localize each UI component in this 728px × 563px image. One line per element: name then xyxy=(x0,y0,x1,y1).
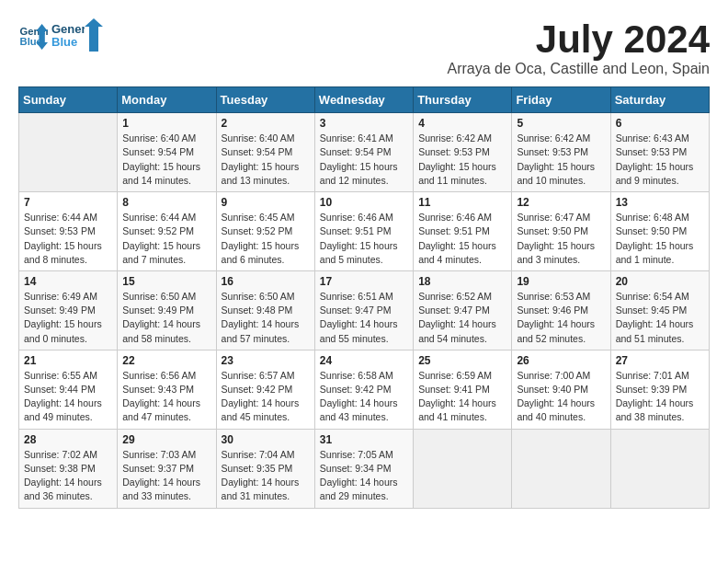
weekday-header-tuesday: Tuesday xyxy=(216,87,314,113)
day-number: 10 xyxy=(320,196,408,209)
day-info: Sunrise: 6:50 AM Sunset: 9:48 PM Dayligh… xyxy=(222,290,310,346)
day-info: Sunrise: 6:40 AM Sunset: 9:54 PM Dayligh… xyxy=(122,132,210,188)
day-info: Sunrise: 6:41 AM Sunset: 9:54 PM Dayligh… xyxy=(320,132,408,188)
calendar-cell: 10Sunrise: 6:46 AM Sunset: 9:51 PM Dayli… xyxy=(314,192,413,271)
day-info: Sunrise: 7:04 AM Sunset: 9:35 PM Dayligh… xyxy=(222,448,310,504)
calendar-week-2: 7Sunrise: 6:44 AM Sunset: 9:53 PM Daylig… xyxy=(19,192,710,271)
weekday-header-sunday: Sunday xyxy=(19,87,118,113)
day-number: 18 xyxy=(418,275,506,288)
day-info: Sunrise: 6:50 AM Sunset: 9:49 PM Dayligh… xyxy=(122,290,210,346)
day-number: 24 xyxy=(320,354,408,367)
day-number: 11 xyxy=(418,196,506,209)
calendar-cell: 26Sunrise: 7:00 AM Sunset: 9:40 PM Dayli… xyxy=(512,350,610,429)
calendar-cell xyxy=(610,429,709,508)
day-number: 16 xyxy=(222,275,310,288)
day-number: 25 xyxy=(418,354,506,367)
day-info: Sunrise: 6:47 AM Sunset: 9:50 PM Dayligh… xyxy=(517,211,605,267)
day-number: 5 xyxy=(517,117,605,130)
weekday-header-row: SundayMondayTuesdayWednesdayThursdayFrid… xyxy=(19,87,710,113)
day-number: 22 xyxy=(122,354,210,367)
calendar-cell: 30Sunrise: 7:04 AM Sunset: 9:35 PM Dayli… xyxy=(216,429,314,508)
calendar-cell: 16Sunrise: 6:50 AM Sunset: 9:48 PM Dayli… xyxy=(216,270,314,350)
calendar-cell: 19Sunrise: 6:53 AM Sunset: 9:46 PM Dayli… xyxy=(512,270,610,350)
day-info: Sunrise: 7:05 AM Sunset: 9:34 PM Dayligh… xyxy=(320,448,408,504)
day-number: 14 xyxy=(24,275,112,288)
day-number: 23 xyxy=(222,354,310,367)
day-number: 6 xyxy=(616,117,704,130)
calendar-cell xyxy=(414,429,512,508)
calendar-cell: 7Sunrise: 6:44 AM Sunset: 9:53 PM Daylig… xyxy=(19,192,118,271)
day-number: 12 xyxy=(517,196,605,209)
calendar-cell: 25Sunrise: 6:59 AM Sunset: 9:41 PM Dayli… xyxy=(414,350,512,429)
calendar-cell: 9Sunrise: 6:45 AM Sunset: 9:52 PM Daylig… xyxy=(216,192,314,271)
day-info: Sunrise: 6:58 AM Sunset: 9:42 PM Dayligh… xyxy=(320,369,408,425)
day-number: 17 xyxy=(320,275,408,288)
calendar-week-5: 28Sunrise: 7:02 AM Sunset: 9:38 PM Dayli… xyxy=(19,429,710,508)
calendar-cell: 27Sunrise: 7:01 AM Sunset: 9:39 PM Dayli… xyxy=(610,350,709,429)
calendar-cell xyxy=(512,429,610,508)
calendar-cell: 23Sunrise: 6:57 AM Sunset: 9:42 PM Dayli… xyxy=(216,350,314,429)
day-info: Sunrise: 6:55 AM Sunset: 9:44 PM Dayligh… xyxy=(24,369,112,425)
day-number: 1 xyxy=(122,117,210,130)
calendar-cell: 2Sunrise: 6:40 AM Sunset: 9:54 PM Daylig… xyxy=(216,113,314,192)
day-number: 28 xyxy=(24,433,112,446)
day-info: Sunrise: 6:56 AM Sunset: 9:43 PM Dayligh… xyxy=(122,369,210,425)
calendar-cell: 15Sunrise: 6:50 AM Sunset: 9:49 PM Dayli… xyxy=(118,270,216,350)
calendar-cell xyxy=(19,113,118,192)
calendar-cell: 4Sunrise: 6:42 AM Sunset: 9:53 PM Daylig… xyxy=(414,113,512,192)
weekday-header-saturday: Saturday xyxy=(610,87,709,113)
calendar-cell: 3Sunrise: 6:41 AM Sunset: 9:54 PM Daylig… xyxy=(314,113,413,192)
calendar-cell: 14Sunrise: 6:49 AM Sunset: 9:49 PM Dayli… xyxy=(19,270,118,350)
title-block: July 2024 Arraya de Oca, Castille and Le… xyxy=(448,18,711,77)
day-info: Sunrise: 6:52 AM Sunset: 9:47 PM Dayligh… xyxy=(418,290,506,346)
day-info: Sunrise: 6:49 AM Sunset: 9:49 PM Dayligh… xyxy=(24,290,112,346)
calendar-cell: 24Sunrise: 6:58 AM Sunset: 9:42 PM Dayli… xyxy=(314,350,413,429)
day-number: 27 xyxy=(616,354,704,367)
day-info: Sunrise: 6:48 AM Sunset: 9:50 PM Dayligh… xyxy=(616,211,704,267)
calendar-cell: 11Sunrise: 6:46 AM Sunset: 9:51 PM Dayli… xyxy=(414,192,512,271)
calendar-cell: 20Sunrise: 6:54 AM Sunset: 9:45 PM Dayli… xyxy=(610,270,709,350)
day-number: 26 xyxy=(517,354,605,367)
day-number: 20 xyxy=(616,275,704,288)
calendar-cell: 13Sunrise: 6:48 AM Sunset: 9:50 PM Dayli… xyxy=(610,192,709,271)
day-info: Sunrise: 6:53 AM Sunset: 9:46 PM Dayligh… xyxy=(517,290,605,346)
day-info: Sunrise: 7:03 AM Sunset: 9:37 PM Dayligh… xyxy=(122,448,210,504)
day-info: Sunrise: 6:59 AM Sunset: 9:41 PM Dayligh… xyxy=(418,369,506,425)
logo-flag xyxy=(85,18,103,52)
day-number: 3 xyxy=(320,117,408,130)
weekday-header-thursday: Thursday xyxy=(414,87,512,113)
day-info: Sunrise: 6:42 AM Sunset: 9:53 PM Dayligh… xyxy=(517,132,605,188)
day-number: 7 xyxy=(24,196,112,209)
svg-marker-5 xyxy=(85,18,103,52)
logo: General Blue General Blue xyxy=(18,18,103,52)
weekday-header-monday: Monday xyxy=(118,87,216,113)
day-number: 30 xyxy=(222,433,310,446)
day-info: Sunrise: 6:44 AM Sunset: 9:53 PM Dayligh… xyxy=(24,211,112,267)
day-info: Sunrise: 6:51 AM Sunset: 9:47 PM Dayligh… xyxy=(320,290,408,346)
calendar-cell: 6Sunrise: 6:43 AM Sunset: 9:53 PM Daylig… xyxy=(610,113,709,192)
day-info: Sunrise: 7:01 AM Sunset: 9:39 PM Dayligh… xyxy=(616,369,704,425)
day-info: Sunrise: 6:43 AM Sunset: 9:53 PM Dayligh… xyxy=(616,132,704,188)
day-number: 15 xyxy=(122,275,210,288)
logo-graphic: General Blue xyxy=(51,18,85,52)
calendar-cell: 22Sunrise: 6:56 AM Sunset: 9:43 PM Dayli… xyxy=(118,350,216,429)
calendar-week-1: 1Sunrise: 6:40 AM Sunset: 9:54 PM Daylig… xyxy=(19,113,710,192)
day-number: 9 xyxy=(222,196,310,209)
calendar-cell: 18Sunrise: 6:52 AM Sunset: 9:47 PM Dayli… xyxy=(414,270,512,350)
calendar-cell: 1Sunrise: 6:40 AM Sunset: 9:54 PM Daylig… xyxy=(118,113,216,192)
day-info: Sunrise: 6:40 AM Sunset: 9:54 PM Dayligh… xyxy=(222,132,310,188)
day-number: 13 xyxy=(616,196,704,209)
day-info: Sunrise: 6:57 AM Sunset: 9:42 PM Dayligh… xyxy=(222,369,310,425)
day-info: Sunrise: 6:44 AM Sunset: 9:52 PM Dayligh… xyxy=(122,211,210,267)
day-number: 4 xyxy=(418,117,506,130)
day-info: Sunrise: 6:54 AM Sunset: 9:45 PM Dayligh… xyxy=(616,290,704,346)
calendar-cell: 5Sunrise: 6:42 AM Sunset: 9:53 PM Daylig… xyxy=(512,113,610,192)
day-number: 8 xyxy=(122,196,210,209)
day-info: Sunrise: 7:00 AM Sunset: 9:40 PM Dayligh… xyxy=(517,369,605,425)
calendar-week-4: 21Sunrise: 6:55 AM Sunset: 9:44 PM Dayli… xyxy=(19,350,710,429)
day-number: 29 xyxy=(122,433,210,446)
calendar-cell: 31Sunrise: 7:05 AM Sunset: 9:34 PM Dayli… xyxy=(314,429,413,508)
logo-icon: General Blue xyxy=(18,20,48,50)
day-info: Sunrise: 6:42 AM Sunset: 9:53 PM Dayligh… xyxy=(418,132,506,188)
month-title: July 2024 xyxy=(448,18,711,61)
